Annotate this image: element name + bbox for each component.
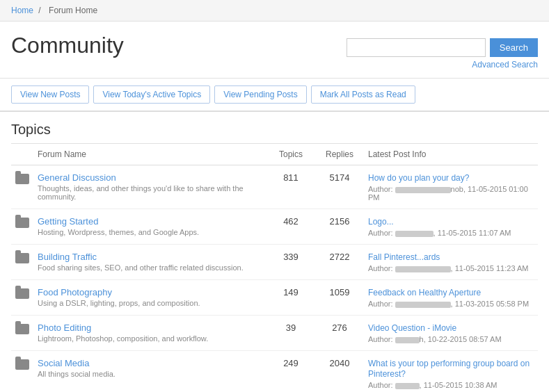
forum-table: Forum Name Topics Replies Latest Post In… [11,144,538,392]
topics-count: 149 [266,280,315,316]
topics-count: 811 [266,165,315,209]
forum-description: Hosting, Wordpress, themes, and Google A… [38,228,262,236]
latest-post-cell: How do you plan your day?Author: nob, 11… [364,165,538,209]
latest-post-link[interactable]: Logo... [368,217,394,227]
topics-heading: Topics [11,112,538,144]
forum-description: Using a DSLR, lighting, props, and compo… [38,299,262,307]
page-title: Community [11,33,124,58]
table-row: Food PhotographyUsing a DSLR, lighting, … [11,280,538,316]
breadcrumb-separator: / [38,6,40,15]
author-name-bar [395,187,451,193]
table-row: Photo EditingLightroom, Photoshop, compo… [11,316,538,351]
table-row: Getting StartedHosting, Wordpress, theme… [11,209,538,245]
replies-count: 2722 [315,245,364,280]
forum-name-link[interactable]: Photo Editing [38,322,91,333]
breadcrumb-current: Forum Home [49,6,97,15]
breadcrumb: Home / Forum Home [0,0,549,22]
replies-count: 1059 [315,280,364,316]
breadcrumb-home-link[interactable]: Home [11,6,33,15]
col-header-replies: Replies [315,144,364,165]
latest-post-link[interactable]: Video Question - iMovie [368,323,456,333]
author-name-bar [395,231,433,237]
replies-count: 2156 [315,209,364,245]
advanced-search-link[interactable]: Advanced Search [472,60,538,70]
view-todays-active-button[interactable]: View Today's Active Topics [93,85,210,104]
topics-count: 462 [266,209,315,245]
col-header-topics: Topics [266,144,315,165]
forum-name-link[interactable]: Building Traffic [38,252,97,262]
forum-description: Lightroom, Photoshop, composition, and w… [38,334,262,343]
author-name-bar [395,266,451,272]
author-name-bar [395,302,451,308]
folder-icon [15,218,29,228]
forum-description: Thoughts, ideas, and other things you'd … [38,184,262,201]
folder-icon [15,174,29,184]
topics-count: 39 [266,316,315,351]
latest-author: Author: , 11-05-2015 11:07 AM [368,229,534,237]
col-header-forum-name: Forum Name [33,144,266,165]
topics-count: 339 [266,245,315,280]
replies-count: 2040 [315,351,364,393]
latest-author: Author: nob, 11-05-2015 01:00 PM [368,185,534,202]
forum-name-link[interactable]: Food Photography [38,287,112,297]
view-pending-posts-button[interactable]: View Pending Posts [214,85,307,104]
folder-icon [15,288,29,299]
latest-post-link[interactable]: Fall Pinterest...ards [368,252,440,262]
author-name-bar [395,337,420,343]
latest-post-link[interactable]: How do you plan your day? [368,173,469,183]
table-row: Building TrafficFood sharing sites, SEO,… [11,245,538,280]
latest-author: Author: , 11-05-2015 10:38 AM [368,381,534,389]
view-new-posts-button[interactable]: View New Posts [11,85,89,104]
search-area: Search Advanced Search [347,33,538,70]
page-header: Community Search Advanced Search [0,22,549,79]
action-bar: View New Posts View Today's Active Topic… [0,79,549,112]
forum-description: All things social media. [38,370,262,378]
search-input[interactable] [347,38,486,57]
topics-count: 249 [266,351,315,393]
table-row: Social MediaAll things social media.2492… [11,351,538,393]
latest-post-cell: Feedback on Healthy ApertureAuthor: , 11… [364,280,538,316]
forum-description: Food sharing sites, SEO, and other traff… [38,263,262,272]
folder-icon [15,253,29,263]
search-button[interactable]: Search [490,38,538,57]
latest-author: Author: , 11-03-2015 05:58 PM [368,300,534,308]
latest-author: Author: h, 10-22-2015 08:57 AM [368,335,534,343]
latest-post-cell: What is your top performing group board … [364,351,538,393]
forum-name-link[interactable]: General Discussion [38,172,116,183]
mark-all-read-button[interactable]: Mark All Posts as Read [311,85,415,104]
replies-count: 5174 [315,165,364,209]
latest-post-cell: Video Question - iMovieAuthor: h, 10-22-… [364,316,538,351]
latest-post-cell: Logo...Author: , 11-05-2015 11:07 AM [364,209,538,245]
forum-name-link[interactable]: Social Media [38,358,89,368]
folder-icon [15,324,29,334]
latest-post-cell: Fall Pinterest...ardsAuthor: , 11-05-201… [364,245,538,280]
col-header-latest-post: Latest Post Info [364,144,538,165]
col-header-icon [11,144,33,165]
latest-post-link[interactable]: Feedback on Healthy Aperture [368,288,481,297]
table-row: General DiscussionThoughts, ideas, and o… [11,165,538,209]
latest-author: Author: , 11-05-2015 11:23 AM [368,264,534,272]
replies-count: 276 [315,316,364,351]
author-name-bar [395,383,420,389]
forum-name-link[interactable]: Getting Started [38,216,98,227]
folder-icon [15,359,29,370]
topics-section: Topics Forum Name Topics Replies Latest … [0,112,549,392]
latest-post-link[interactable]: What is your top performing group board … [368,359,530,379]
